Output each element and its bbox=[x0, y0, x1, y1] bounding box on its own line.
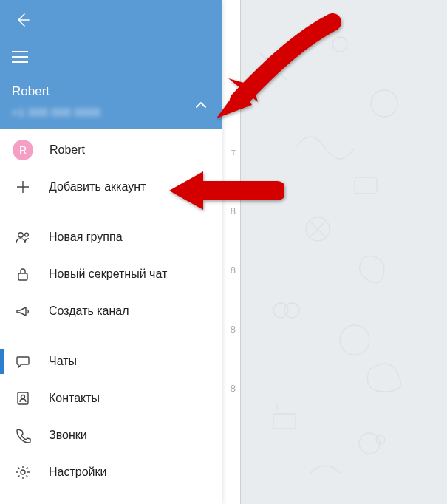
menu-contacts[interactable]: Контакты bbox=[0, 380, 222, 417]
menu-label: Звонки bbox=[49, 429, 211, 442]
add-account-label: Добавить аккаунт bbox=[49, 180, 211, 194]
svg-rect-3 bbox=[355, 177, 377, 194]
strip-badge: 8 bbox=[231, 265, 236, 276]
svg-point-0 bbox=[263, 56, 284, 77]
strip-text: т bbox=[231, 146, 236, 157]
drawer-menu: R Robert Добавить аккаунт Новая группа bbox=[0, 129, 222, 504]
account-phone: +1 000 000 0000 bbox=[12, 106, 101, 118]
svg-point-1 bbox=[332, 37, 347, 52]
svg-point-2 bbox=[371, 90, 397, 117]
account-name: Robert bbox=[12, 84, 50, 99]
menu-new-channel[interactable]: Создать канал bbox=[0, 293, 222, 330]
add-account-button[interactable]: Добавить аккаунт bbox=[0, 168, 222, 205]
app-root: т 8 8 8 8 Robert +1 000 000 0000 R Rober… bbox=[0, 0, 447, 504]
megaphone-icon bbox=[13, 302, 33, 321]
accounts-toggle[interactable] bbox=[191, 95, 211, 115]
drawer-header: Robert +1 000 000 0000 bbox=[0, 0, 222, 129]
strip-badge: 8 bbox=[231, 205, 236, 217]
chat-icon bbox=[13, 352, 33, 371]
svg-rect-11 bbox=[18, 273, 27, 280]
chat-list-strip: т 8 8 8 8 bbox=[222, 0, 241, 504]
menu-chats[interactable]: Чаты bbox=[0, 343, 222, 380]
group-icon bbox=[13, 228, 33, 247]
chevron-up-icon bbox=[194, 98, 208, 112]
menu-label: Создать канал bbox=[49, 304, 211, 318]
account-item-robert[interactable]: R Robert bbox=[0, 132, 222, 168]
avatar: R bbox=[13, 140, 33, 160]
menu-calls[interactable]: Звонки bbox=[0, 417, 222, 454]
svg-point-6 bbox=[284, 303, 299, 318]
menu-label: Новый секретный чат bbox=[49, 268, 211, 281]
plus-icon bbox=[13, 177, 33, 197]
svg-point-7 bbox=[359, 433, 380, 454]
strip-badge: 8 bbox=[231, 324, 236, 335]
menu-label: Новая группа bbox=[49, 231, 211, 244]
menu-new-group[interactable]: Новая группа bbox=[0, 219, 222, 256]
svg-point-8 bbox=[376, 435, 385, 444]
menu-settings[interactable]: Настройки bbox=[0, 454, 222, 491]
gear-icon bbox=[13, 463, 33, 482]
account-label: Robert bbox=[50, 143, 211, 157]
phone-icon bbox=[13, 426, 33, 445]
hamburger-menu-button[interactable] bbox=[12, 46, 34, 68]
menu-label: Чаты bbox=[49, 355, 211, 368]
lock-icon bbox=[13, 265, 33, 284]
svg-point-14 bbox=[21, 470, 25, 474]
menu-label: Контакты bbox=[49, 392, 211, 405]
svg-point-13 bbox=[21, 395, 25, 399]
active-indicator bbox=[0, 349, 4, 374]
menu-secret-chat[interactable]: Новый секретный чат bbox=[0, 256, 222, 293]
svg-point-10 bbox=[25, 233, 29, 236]
strip-badge: 8 bbox=[231, 383, 236, 394]
back-button[interactable] bbox=[12, 9, 34, 31]
menu-label: Настройки bbox=[49, 466, 211, 479]
contacts-icon bbox=[13, 389, 33, 408]
svg-point-9 bbox=[18, 233, 23, 237]
side-drawer: Robert +1 000 000 0000 R Robert Добавить… bbox=[0, 0, 222, 504]
